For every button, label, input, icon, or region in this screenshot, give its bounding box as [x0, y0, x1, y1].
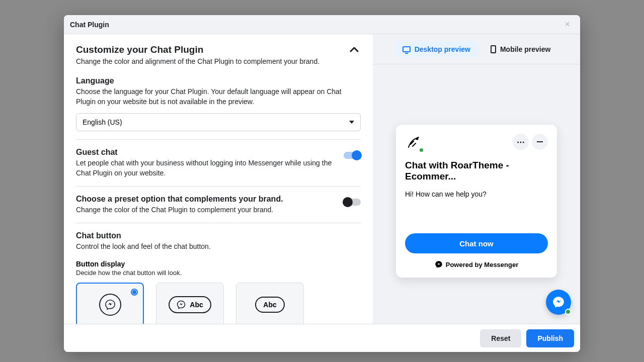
modal-header: Chat Plugin × [64, 15, 580, 34]
option-text-only[interactable]: Abc [236, 283, 304, 324]
online-dot-icon [419, 147, 424, 153]
messenger-icon [105, 299, 116, 310]
chat-button-title: Chat button [76, 231, 361, 240]
option-icon-only[interactable] [76, 283, 144, 324]
preset-title: Choose a preset option that complements … [76, 195, 334, 204]
preview-tabs: Desktop preview Mobile preview [373, 34, 580, 64]
guest-chat-toggle[interactable] [344, 152, 361, 159]
chat-plugin-modal: Chat Plugin × Customize your Chat Plugin… [64, 15, 580, 352]
tab-desktop-preview[interactable]: Desktop preview [395, 41, 477, 57]
preset-desc: Change the color of the Chat Plugin to c… [76, 205, 334, 215]
preview-panel: Desktop preview Mobile preview [373, 34, 580, 324]
chat-widget-greeting: Hi! How can we help you? [405, 190, 548, 198]
customize-desc: Change the color and alignment of the Ch… [76, 57, 319, 65]
modal-footer: Reset Publish [64, 324, 580, 352]
language-desc: Choose the language for your Chat Plugin… [76, 86, 361, 107]
close-icon[interactable]: × [560, 17, 574, 32]
radio-selected-icon [131, 289, 138, 296]
online-dot-icon [565, 309, 571, 315]
messenger-icon [177, 300, 186, 309]
chat-widget-title: Chat with RoarTheme - Ecommer... [405, 160, 548, 182]
language-selected: English (US) [83, 118, 122, 126]
guest-chat-desc: Let people chat with your business witho… [76, 158, 334, 178]
reset-button[interactable]: Reset [480, 329, 521, 347]
publish-button[interactable]: Publish [526, 329, 574, 347]
chat-button-desc: Control the look and feel of the chat bu… [76, 241, 361, 251]
messenger-icon [435, 260, 443, 268]
chat-fab[interactable] [546, 290, 571, 315]
modal-title: Chat Plugin [70, 21, 109, 29]
more-icon[interactable]: ⋯ [513, 134, 529, 150]
dropdown-icon [349, 121, 354, 124]
preview-surface: ⋯ Chat with RoarTheme - Ecommer... Hi! H… [373, 64, 580, 324]
settings-panel: Customize your Chat Plugin Change the co… [64, 34, 373, 324]
powered-by: Powered by Messenger [405, 260, 548, 268]
preset-toggle[interactable] [344, 199, 361, 206]
chat-widget: ⋯ Chat with RoarTheme - Ecommer... Hi! H… [396, 125, 557, 278]
messenger-icon [552, 296, 565, 309]
customize-title: Customize your Chat Plugin [76, 44, 319, 55]
button-display-title: Button display [76, 260, 361, 268]
chevron-up-icon[interactable] [348, 44, 361, 54]
svg-point-0 [416, 138, 419, 140]
button-display-desc: Decide how the chat button will look. [76, 269, 361, 277]
option-icon-text[interactable]: Abc [156, 283, 224, 324]
guest-chat-title: Guest chat [76, 148, 334, 157]
minimize-icon[interactable] [532, 134, 548, 150]
language-select[interactable]: English (US) [76, 113, 361, 131]
language-title: Language [76, 76, 361, 85]
tab-mobile-preview[interactable]: Mobile preview [484, 41, 557, 57]
desktop-icon [403, 46, 411, 52]
mobile-icon [491, 45, 496, 53]
chat-now-button[interactable]: Chat now [405, 233, 548, 253]
